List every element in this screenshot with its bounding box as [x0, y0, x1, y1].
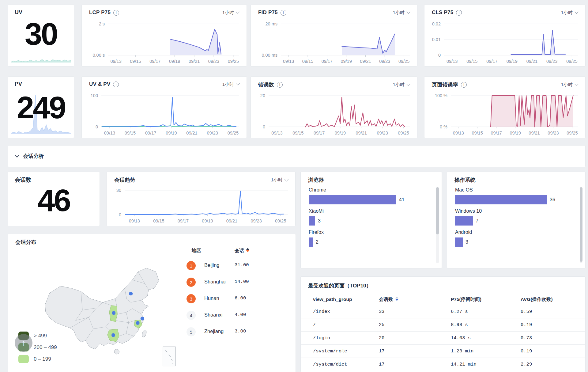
sessions-card-title: 会话数: [15, 176, 31, 184]
svg-text:09/17: 09/17: [145, 131, 156, 135]
os-bar-chart[interactable]: Mac OS36Windows 107Android3: [447, 187, 577, 251]
error-rate-chart[interactable]: 100 %0 %09/1309/1509/1709/1909/2109/2309…: [424, 91, 584, 137]
interval-dropdown[interactable]: 1小时: [393, 10, 410, 16]
interval-dropdown[interactable]: 1小时: [561, 82, 578, 88]
info-icon[interactable]: [281, 10, 286, 16]
region-sessions: 14.00: [235, 279, 249, 284]
bar-value: 3: [466, 239, 468, 245]
sessions-kpi-card: 会话数 46: [8, 172, 100, 226]
svg-text:09/19: 09/19: [341, 59, 352, 64]
distribution-card-title: 会话分布: [15, 239, 36, 246]
svg-text:09/19: 09/19: [169, 59, 180, 64]
info-icon[interactable]: [113, 82, 119, 87]
bar-item[interactable]: Chrome41: [301, 187, 434, 204]
errors-chart[interactable]: 20009/1309/1509/1709/1909/2109/2309/25: [251, 91, 416, 137]
session-trend-chart[interactable]: 30009/1309/1509/1709/1909/2109/2309/25: [107, 185, 294, 225]
sort-control[interactable]: [395, 297, 398, 301]
info-icon[interactable]: [456, 10, 462, 16]
svg-text:09/15: 09/15: [302, 59, 313, 64]
col-sessions[interactable]: 会话数: [379, 296, 451, 303]
bar[interactable]: [309, 237, 313, 247]
bar-value: 2: [316, 239, 318, 245]
rank-badge: 2: [187, 278, 196, 287]
svg-text:09/21: 09/21: [186, 131, 197, 135]
lcp-chart[interactable]: 2 s0.00 s09/1309/1509/1709/1909/2109/230…: [82, 19, 245, 65]
svg-text:0.00 ms: 0.00 ms: [262, 53, 277, 58]
svg-text:09/21: 09/21: [360, 59, 371, 64]
uvpv-chart[interactable]: 100009/1309/1509/1709/1909/2109/2309/25: [82, 91, 245, 137]
region-row: 2 Shanghai 14.00: [178, 274, 291, 290]
bar-value: 3: [318, 218, 321, 224]
bar-item[interactable]: Android3: [447, 230, 577, 247]
svg-text:09/13: 09/13: [129, 218, 140, 223]
bar[interactable]: [455, 216, 473, 226]
interval-dropdown[interactable]: 1小时: [393, 82, 410, 88]
china-map[interactable]: [39, 259, 186, 372]
svg-text:09/23: 09/23: [379, 59, 390, 64]
svg-text:09/21: 09/21: [529, 131, 540, 135]
col-p75-dwell[interactable]: P75(停留时间): [451, 296, 521, 303]
region-sessions: 3.00: [235, 328, 246, 334]
bar-label: Firefox: [309, 230, 434, 235]
svg-text:0 %: 0 %: [440, 124, 447, 129]
interval-dropdown[interactable]: 1小时: [222, 10, 239, 16]
cell-avg: 0.73: [521, 335, 585, 341]
session-analysis-section-header[interactable]: 会话分析: [8, 145, 586, 167]
lcp-card: LCP P75 1小时 2 s0.00 s09/1309/1509/1709/1…: [81, 5, 247, 66]
session-trend-card: 会话趋势 1小时 30009/1309/1509/1709/1909/2109/…: [107, 172, 296, 226]
browser-card: 浏览器 Chrome41XiaoMi3Firefox2: [300, 172, 442, 268]
os-scrollbar[interactable]: [580, 187, 582, 263]
table-row: /index 33 6.27 s 0.59: [301, 305, 585, 318]
table-row: /system/role 17 1.23 min 0.19: [301, 344, 585, 358]
interval-dropdown[interactable]: 1小时: [271, 177, 288, 183]
bar-item[interactable]: XiaoMi3: [301, 208, 434, 226]
svg-text:100 %: 100 %: [435, 93, 447, 98]
svg-text:2 s: 2 s: [99, 21, 105, 26]
rank-badge: 5: [187, 327, 196, 336]
bar-item[interactable]: Firefox2: [301, 230, 434, 247]
os-card: 操作系统 Mac OS36Windows 107Android3: [447, 172, 586, 268]
info-icon[interactable]: [113, 10, 119, 16]
table-row: /system/dict 17 14.21 min 2.29: [301, 358, 585, 371]
bar-item[interactable]: Mac OS36: [447, 187, 577, 204]
table-row: /login 20 14.03 s 0.73: [301, 331, 585, 344]
svg-text:09/23: 09/23: [377, 131, 388, 135]
browser-scrollbar[interactable]: [436, 187, 439, 263]
cls-card: CLS P75 1小时 0.020.01009/1309/1509/1709/1…: [424, 5, 586, 66]
svg-text:0: 0: [263, 124, 265, 129]
svg-text:09/15: 09/15: [292, 131, 303, 135]
svg-text:09/19: 09/19: [510, 131, 521, 135]
info-icon[interactable]: [277, 82, 283, 88]
rank-badge: 1: [187, 261, 196, 270]
interval-dropdown[interactable]: 1小时: [561, 10, 578, 16]
svg-text:09/17: 09/17: [149, 59, 160, 64]
col-avg-actions[interactable]: AVG(操作次数): [521, 296, 585, 303]
bar[interactable]: [309, 195, 396, 204]
svg-text:09/21: 09/21: [356, 131, 367, 135]
uvpv-card-title: UV & PV: [89, 81, 110, 87]
pv-value: 249: [8, 92, 74, 123]
svg-text:09/21: 09/21: [226, 218, 237, 223]
rank-badge: 4: [187, 311, 196, 320]
interval-dropdown[interactable]: 1小时: [222, 82, 239, 87]
os-card-title: 操作系统: [454, 177, 476, 184]
bar[interactable]: [309, 216, 315, 226]
fid-chart[interactable]: 20 ms0.00 ms09/1309/1509/1709/1909/2109/…: [251, 19, 416, 65]
svg-text:09/15: 09/15: [125, 131, 136, 135]
col-view-path-group[interactable]: view_path_group: [313, 297, 379, 302]
svg-text:09/19: 09/19: [507, 59, 518, 64]
svg-text:09/17: 09/17: [486, 59, 497, 64]
sort-control[interactable]: [246, 248, 249, 252]
bar[interactable]: [455, 237, 463, 247]
scroll-up-button[interactable]: [15, 334, 32, 352]
cell-p75: 14.21 min: [451, 362, 521, 367]
bar-item[interactable]: Windows 107: [447, 208, 577, 226]
region-name: Beijing: [204, 262, 220, 268]
chevron-down-icon: [285, 177, 288, 181]
svg-text:09/23: 09/23: [546, 59, 557, 64]
session-column-header[interactable]: 会话: [235, 248, 249, 254]
browser-bar-chart[interactable]: Chrome41XiaoMi3Firefox2: [301, 187, 434, 251]
info-icon[interactable]: [461, 82, 467, 88]
bar[interactable]: [455, 195, 547, 204]
cls-chart[interactable]: 0.020.01009/1309/1509/1709/1909/2109/230…: [424, 19, 584, 65]
